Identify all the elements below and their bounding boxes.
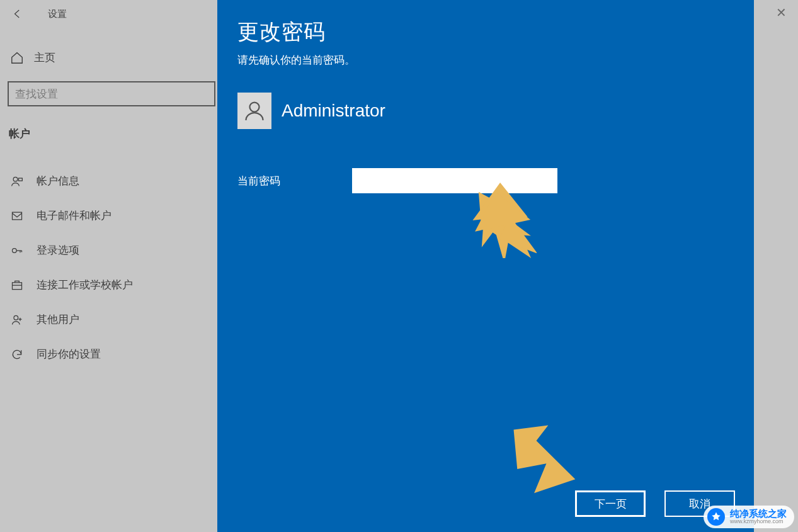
current-password-label: 当前密码 xyxy=(237,174,352,188)
watermark-title: 纯净系统之家 xyxy=(730,509,787,518)
modal-title: 更改密码 xyxy=(237,18,734,47)
svg-marker-9 xyxy=(474,186,537,258)
next-button[interactable]: 下一页 xyxy=(575,490,646,517)
svg-point-6 xyxy=(250,103,259,112)
watermark-text: 纯净系统之家 www.kzmyhome.com xyxy=(730,509,787,525)
watermark-url: www.kzmyhome.com xyxy=(730,518,787,525)
svg-marker-10 xyxy=(509,422,578,497)
user-avatar xyxy=(237,93,271,129)
modal-subtitle: 请先确认你的当前密码。 xyxy=(237,53,734,67)
watermark: 纯净系统之家 www.kzmyhome.com xyxy=(704,506,794,528)
annotation-arrow-down-icon xyxy=(509,422,578,497)
watermark-logo-icon xyxy=(707,508,725,526)
annotation-arrow-up-icon xyxy=(474,186,537,258)
username-label: Administrator xyxy=(282,101,385,121)
change-password-modal: 更改密码 请先确认你的当前密码。 Administrator 当前密码 下一页 … xyxy=(217,0,754,532)
